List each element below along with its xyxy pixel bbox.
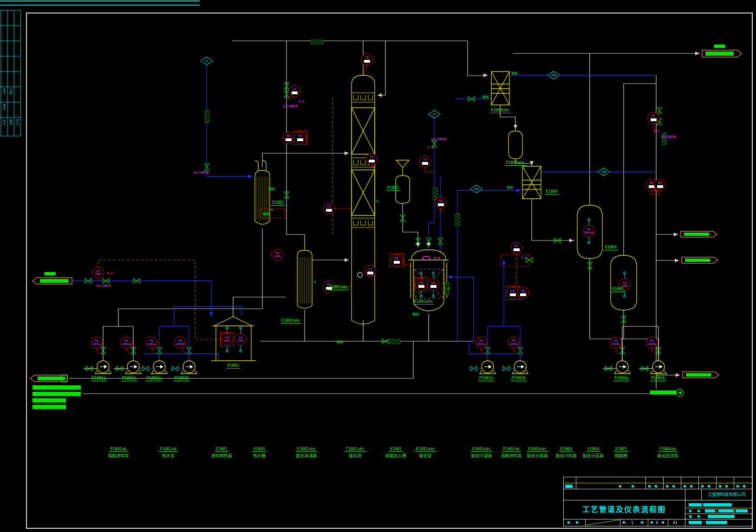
- valve-icon: [657, 107, 662, 114]
- vessel-V1004: [577, 205, 602, 259]
- vessel-V1003abc: [508, 131, 522, 159]
- gauge-leader: [514, 348, 517, 354]
- generated-symbols: [30, 40, 742, 409]
- text-redaction-bar: [33, 398, 66, 402]
- page-number-1: 1: [631, 521, 633, 525]
- sheet-border: [0, 0, 752, 528]
- drawing-title: 工艺管道及仪表流程图: [563, 500, 685, 519]
- gauge-leader: [127, 348, 130, 354]
- exchanger-E1001: [255, 161, 270, 224]
- title-block: 江些物科技有限公司 工艺管道及仪表流程图 1 4 A1: [563, 477, 752, 526]
- flow-arrow-icon: [248, 175, 252, 178]
- flow-arrow-icon: [345, 151, 349, 155]
- tower-T1001abc: [352, 75, 375, 324]
- pipe-spec-hatch: [205, 110, 209, 123]
- flow-arrow-icon: [483, 73, 488, 77]
- text-redaction-bar: [33, 392, 81, 396]
- continuation-arrow-icon: [678, 391, 681, 395]
- piping-blue: [71, 65, 655, 361]
- manhole-icon: [358, 272, 363, 278]
- flow-arrow-icon: [569, 239, 574, 242]
- vessel-V1005: [611, 255, 637, 310]
- flow-arrow-icon: [695, 52, 699, 55]
- vessel-V1002: [396, 160, 410, 203]
- pipe-spec-hatch: [445, 282, 449, 294]
- gauge-leader: [652, 348, 655, 354]
- pipe-spec-hatch: [311, 40, 323, 44]
- flow-arrow-icon: [675, 259, 679, 262]
- pid-drawing-canvas: LVPGFITITIPIPG1005PCLTTICLICLGTVPGLV1001…: [0, 0, 756, 532]
- flow-arrow-icon: [209, 312, 213, 316]
- flag-topnote-redaction: [714, 45, 725, 48]
- flag-text-redaction: [38, 376, 64, 380]
- company-name: 江些物科技有限公司: [701, 489, 752, 500]
- text-redaction-bar: [33, 405, 66, 409]
- flow-arrow-icon: [674, 233, 678, 236]
- flag-text-redaction: [685, 259, 710, 262]
- flow-arrow-icon: [676, 373, 680, 377]
- flow-arrow-icon: [345, 258, 349, 262]
- flow-arrow-icon: [378, 93, 382, 97]
- gauge-leader: [616, 348, 619, 354]
- flow-arrow-icon: [448, 275, 452, 279]
- gauge-leader: [481, 348, 484, 354]
- valve-icon: [657, 118, 662, 125]
- pipe-spec-hatch: [433, 188, 437, 200]
- signal-lines: [98, 97, 516, 339]
- flag-text-redaction: [705, 52, 734, 56]
- gauge-leader: [97, 348, 100, 354]
- pipe-spec-hatch: [456, 214, 460, 226]
- exchanger-E1002abc: [297, 245, 312, 308]
- pipe-spec-hatch: [388, 339, 400, 344]
- manhole-icon: [423, 256, 430, 260]
- drawing-layer: [0, 0, 756, 532]
- page-number-2: 4: [656, 521, 658, 525]
- instrument-leaders: [98, 65, 660, 286]
- flow-arrow-icon: [516, 188, 521, 192]
- reactor-R1001abc: [409, 250, 449, 311]
- flag-topnote-redaction: [45, 272, 56, 275]
- text-redaction-bar: [33, 385, 81, 389]
- exchanger-E1003abc: [491, 71, 509, 105]
- flag-text-redaction: [684, 233, 709, 236]
- sheet-size: A1: [673, 521, 678, 525]
- flag-text-redaction: [40, 279, 68, 283]
- exchanger-E1004: [522, 166, 541, 199]
- gauge-leader: [153, 348, 156, 354]
- valve-icon: [526, 258, 533, 262]
- left-revision-strip: [0, 10, 20, 136]
- equipment: [211, 71, 637, 361]
- pipe-spec-hatch: [662, 133, 666, 145]
- flag-text-redaction: [686, 373, 711, 376]
- flow-arrow-icon: [514, 125, 517, 129]
- text-redaction-bar: [650, 390, 676, 395]
- gauge-leader: [182, 348, 186, 354]
- flow-arrow-icon: [502, 260, 506, 264]
